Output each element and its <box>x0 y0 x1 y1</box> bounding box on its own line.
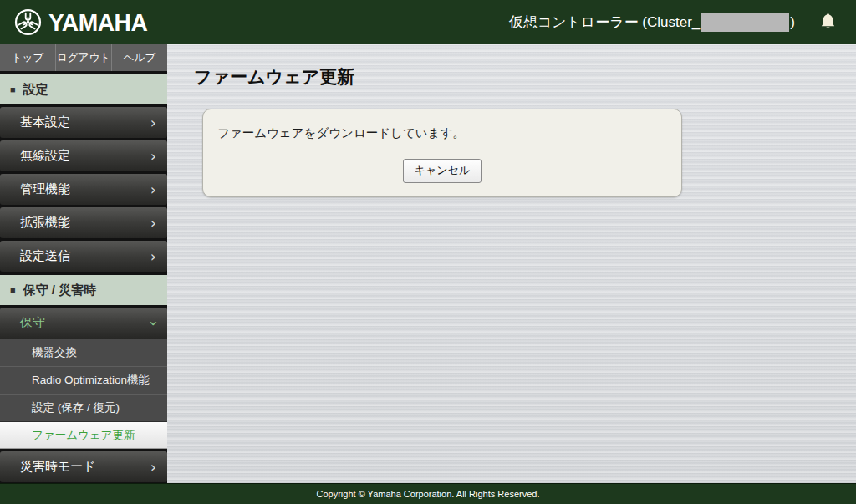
controller-title: 仮想コントローラー (Cluster_) <box>509 13 795 32</box>
sidebar-item-device-replacement[interactable]: 機器交換 <box>0 339 167 366</box>
firmware-status-panel: ファームウェアをダウンロードしています。 キャンセル <box>202 109 682 197</box>
page-title: ファームウェア更新 <box>194 65 856 89</box>
sidebar-item-config-send[interactable]: 設定送信 › <box>0 241 167 272</box>
app-header: YAMAHA 仮想コントローラー (Cluster_) <box>0 0 856 44</box>
chevron-right-icon: › <box>150 216 156 231</box>
sidebar-item-disaster-mode[interactable]: 災害時モード › <box>0 451 167 482</box>
section-header-maintenance: ■ 保守 / 災害時 <box>0 275 167 305</box>
header-right: 仮想コントローラー (Cluster_) <box>509 12 856 33</box>
chevron-right-icon: › <box>150 249 156 264</box>
chevron-right-icon: › <box>150 149 156 164</box>
sidebar-item-radio-optimization[interactable]: Radio Optimization機能 <box>0 366 167 394</box>
section-maintenance-label: 保守 / 災害時 <box>23 283 97 298</box>
chevron-right-icon: › <box>150 460 156 475</box>
yamaha-tuning-fork-icon <box>13 8 43 37</box>
button-row: キャンセル <box>203 159 681 183</box>
tab-top[interactable]: トップ <box>0 44 56 71</box>
tab-help[interactable]: ヘルプ <box>112 44 167 71</box>
sidebar: トップ ログアウト ヘルプ ■ 設定 基本設定 › 無線設定 › 管理機能 › … <box>0 44 167 483</box>
brand-wordmark: YAMAHA <box>48 10 147 35</box>
maintenance-submenu: 機器交換 Radio Optimization機能 設定 (保存 / 復元) フ… <box>0 339 167 449</box>
main-content: ファームウェア更新 ファームウェアをダウンロードしています。 キャンセル <box>167 44 856 483</box>
section-bullet-icon: ■ <box>10 286 16 295</box>
sidebar-item-maintenance[interactable]: 保守 › <box>0 308 167 339</box>
sidebar-item-firmware-update[interactable]: ファームウェア更新 <box>0 421 167 449</box>
yamaha-logo[interactable]: YAMAHA <box>0 8 154 37</box>
sidebar-tabs: トップ ログアウト ヘルプ <box>0 44 167 71</box>
section-bullet-icon: ■ <box>10 85 16 94</box>
cancel-button[interactable]: キャンセル <box>403 159 482 183</box>
section-settings-label: 設定 <box>23 82 48 98</box>
sidebar-item-basic-settings[interactable]: 基本設定 › <box>0 107 167 138</box>
sidebar-item-extended-functions[interactable]: 拡張機能 › <box>0 207 167 238</box>
redacted-cluster-name <box>701 13 789 32</box>
sidebar-item-wireless-settings[interactable]: 無線設定 › <box>0 140 167 171</box>
app-footer: Copyright © Yamaha Corporation. All Righ… <box>0 483 856 504</box>
sidebar-item-config-save-restore[interactable]: 設定 (保存 / 復元) <box>0 394 167 421</box>
tab-logout[interactable]: ログアウト <box>56 44 112 71</box>
sidebar-item-management-functions[interactable]: 管理機能 › <box>0 174 167 205</box>
controller-title-suffix: ) <box>790 14 795 31</box>
notification-bell-icon[interactable] <box>818 12 838 33</box>
status-message: ファームウェアをダウンロードしています。 <box>203 109 681 141</box>
chevron-down-icon: › <box>145 320 160 326</box>
section-header-settings: ■ 設定 <box>0 74 167 104</box>
controller-title-prefix: 仮想コントローラー (Cluster_ <box>509 13 701 32</box>
chevron-right-icon: › <box>150 115 156 130</box>
page: YAMAHA 仮想コントローラー (Cluster_) トップ ログアウト ヘル… <box>0 0 856 504</box>
chevron-right-icon: › <box>150 182 156 197</box>
copyright-text: Copyright © Yamaha Corporation. All Righ… <box>317 489 540 499</box>
